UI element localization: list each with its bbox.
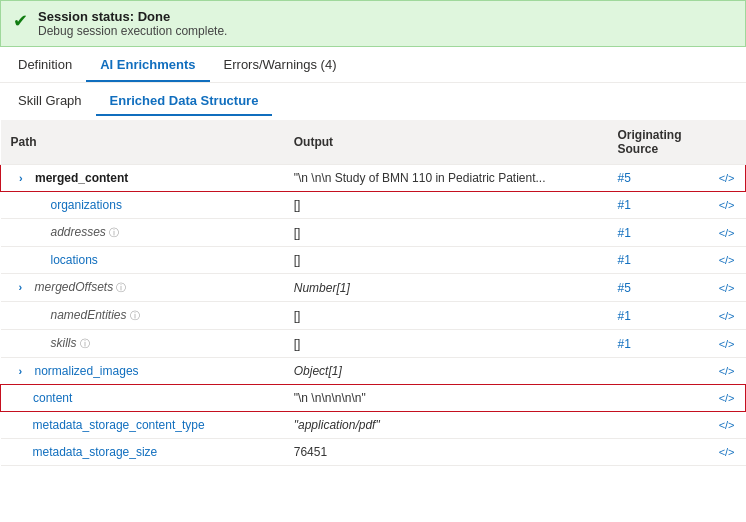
cell-code[interactable]: </> [709,274,746,302]
sub-tabs-container: Skill Graph Enriched Data Structure [0,83,746,116]
code-icon[interactable]: </> [719,254,735,266]
cell-code[interactable]: </> [709,358,746,385]
cell-output: "\n \n\n\n\n\n" [284,385,608,412]
cell-output: [] [284,219,608,247]
cell-source: #1 [607,302,708,330]
table-row: metadata_storage_size76451</> [1,439,746,466]
output-value: Object[1] [294,364,342,378]
cell-path: metadata_storage_size [1,439,284,466]
source-number: #1 [617,226,630,240]
path-label: locations [51,253,98,267]
output-value: Number[1] [294,281,350,295]
code-icon[interactable]: </> [719,446,735,458]
output-value: "\n \n\n Study of BMN 110 in Pediatric P… [294,171,546,185]
code-icon[interactable]: </> [719,338,735,350]
table-row: namedEntitiesⓘ[]#1</> [1,302,746,330]
code-icon[interactable]: </> [719,310,735,322]
path-label: metadata_storage_size [33,445,158,459]
cell-source [607,385,708,412]
code-icon[interactable]: </> [719,227,735,239]
path-label: mergedOffsets [35,280,114,294]
source-number: #1 [617,253,630,267]
source-number: #1 [617,337,630,351]
path-label: skills [51,336,77,350]
table-header-row: Path Output Originating Source [1,120,746,165]
cell-code[interactable]: </> [709,247,746,274]
code-icon[interactable]: </> [719,199,735,211]
cell-path: skillsⓘ [1,330,284,358]
code-icon[interactable]: </> [719,172,735,184]
code-icon[interactable]: </> [719,392,735,404]
cell-path: addressesⓘ [1,219,284,247]
cell-output: 76451 [284,439,608,466]
cell-path: locations [1,247,284,274]
cell-source: #1 [607,330,708,358]
cell-source [607,439,708,466]
cell-output: [] [284,247,608,274]
cell-code[interactable]: </> [709,330,746,358]
output-value: [] [294,309,301,323]
cell-output: "application/pdf" [284,412,608,439]
tab-definition[interactable]: Definition [4,49,86,82]
cell-path: ›normalized_images [1,358,284,385]
cell-output: "\n \n\n Study of BMN 110 in Pediatric P… [284,165,608,192]
table-row: metadata_storage_content_type"applicatio… [1,412,746,439]
table-row: addressesⓘ[]#1</> [1,219,746,247]
path-label: merged_content [35,171,128,185]
table-row: ›normalized_imagesObject[1]</> [1,358,746,385]
cell-code[interactable]: </> [709,165,746,192]
info-icon[interactable]: ⓘ [130,310,140,321]
cell-path: namedEntitiesⓘ [1,302,284,330]
output-value: "application/pdf" [294,418,380,432]
cell-output: [] [284,192,608,219]
source-number: #1 [617,198,630,212]
session-title: Session status: Done [38,9,227,24]
table-container: Path Output Originating Source ›merged_c… [0,120,746,466]
path-label: normalized_images [35,364,139,378]
table-row: content"\n \n\n\n\n\n"</> [1,385,746,412]
output-value: [] [294,226,301,240]
cell-source: #5 [607,165,708,192]
col-path: Path [1,120,284,165]
tab-ai-enrichments[interactable]: AI Enrichments [86,49,209,82]
code-icon[interactable]: </> [719,282,735,294]
col-code [709,120,746,165]
cell-output: Object[1] [284,358,608,385]
expand-icon[interactable]: › [19,172,31,184]
cell-source: #1 [607,192,708,219]
cell-path: content [1,385,284,412]
table-row: ›mergedOffsetsⓘNumber[1]#5</> [1,274,746,302]
subtab-skill-graph[interactable]: Skill Graph [4,87,96,116]
info-icon[interactable]: ⓘ [80,338,90,349]
cell-code[interactable]: </> [709,385,746,412]
cell-code[interactable]: </> [709,439,746,466]
nav-tabs-container: Definition AI Enrichments Errors/Warning… [0,49,746,83]
code-icon[interactable]: </> [719,365,735,377]
cell-path: metadata_storage_content_type [1,412,284,439]
cell-code[interactable]: </> [709,412,746,439]
expand-icon[interactable]: › [19,281,31,293]
cell-source: #5 [607,274,708,302]
path-label: organizations [51,198,122,212]
table-row: locations[]#1</> [1,247,746,274]
info-icon[interactable]: ⓘ [109,227,119,238]
tab-errors-warnings[interactable]: Errors/Warnings (4) [210,49,351,82]
code-icon[interactable]: </> [719,419,735,431]
cell-output: Number[1] [284,274,608,302]
col-output: Output [284,120,608,165]
path-label: namedEntities [51,308,127,322]
cell-code[interactable]: </> [709,219,746,247]
cell-source [607,358,708,385]
subtab-enriched-data-structure[interactable]: Enriched Data Structure [96,87,273,116]
cell-output: [] [284,330,608,358]
expand-icon[interactable]: › [19,365,31,377]
table-row: skillsⓘ[]#1</> [1,330,746,358]
cell-code[interactable]: </> [709,302,746,330]
path-label: addresses [51,225,106,239]
info-icon[interactable]: ⓘ [116,282,126,293]
source-number: #5 [617,171,630,185]
output-value: [] [294,198,301,212]
cell-path: ›mergedOffsetsⓘ [1,274,284,302]
cell-code[interactable]: </> [709,192,746,219]
session-subtitle: Debug session execution complete. [38,24,227,38]
